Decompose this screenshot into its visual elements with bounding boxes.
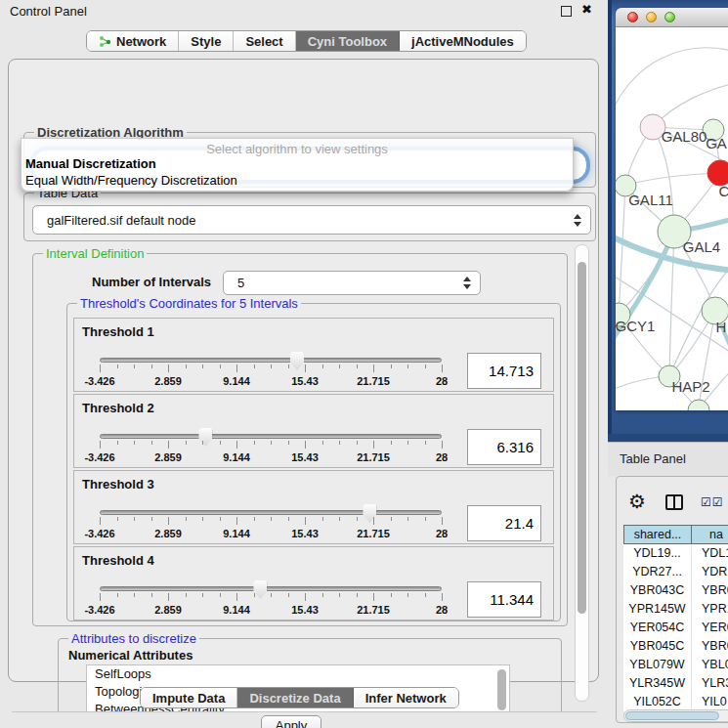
table-row[interactable]: YDR27...YDR2 [623, 563, 728, 581]
threshold-box: Threshold 3 21.4 -3.4262.8599.14415.4321… [73, 470, 554, 544]
node-label: GAL11 [628, 192, 673, 208]
cell-name[interactable]: YER0 [692, 619, 728, 637]
slider-track[interactable] [100, 434, 442, 439]
tab-style[interactable]: Style [179, 31, 234, 51]
num-intervals-label: Number of Intervals [92, 275, 211, 289]
tick-label: 28 [436, 375, 448, 387]
tick-label: 2.859 [154, 604, 182, 616]
gear-icon[interactable]: ⚙ [628, 492, 646, 511]
table-row[interactable]: YBR043CYBR0 [623, 581, 728, 600]
cell-shared-name[interactable]: YDR27... [623, 563, 692, 581]
table-row[interactable]: YPR145WYPR1 [623, 600, 728, 619]
threshold-coords-group: Threshold's Coordinates for 5 Intervals … [66, 303, 561, 621]
slider-track[interactable] [100, 510, 442, 515]
node-label: H [716, 319, 727, 335]
tab-jactivemnodules[interactable]: jActiveMNodules [400, 31, 526, 51]
tab-label: Discretize Data [249, 691, 340, 706]
tick-label: -3.426 [84, 604, 114, 616]
panel-scrollbar[interactable] [575, 244, 589, 702]
column-header-shared[interactable]: shared... [623, 525, 692, 544]
tab-label: Select [245, 34, 282, 49]
tab-cyni-toolbox[interactable]: Cyni Toolbox [296, 31, 400, 51]
cell-shared-name[interactable]: YBL079W [623, 656, 692, 674]
threshold-value-field[interactable]: 6.316 [467, 429, 541, 465]
table-row[interactable]: YBL079WYBL0 [623, 656, 728, 674]
tick-label: 9.144 [223, 451, 250, 463]
slider-ticks [100, 593, 443, 602]
tick-label: -3.426 [84, 375, 114, 387]
minimize-traffic-light-icon[interactable] [646, 12, 657, 22]
slider-track[interactable] [100, 358, 442, 363]
list-scrollbar[interactable] [496, 667, 507, 712]
cell-name[interactable]: YPR1 [692, 600, 728, 619]
zoom-traffic-light-icon[interactable] [664, 12, 675, 22]
threshold-box: Threshold 2 6.316 -3.4262.8599.14415.432… [73, 394, 554, 468]
table-row[interactable]: YDL19...YDL1 [623, 544, 728, 563]
threshold-value-field[interactable]: 14.713 [467, 353, 541, 389]
numerical-attributes-label: Numerical Attributes [68, 648, 193, 663]
node-label: GAL80 [662, 128, 707, 145]
dropdown-option-manual[interactable]: Manual Discretization [21, 155, 573, 172]
table-body: YDL19...YDL1YDR27...YDR2YBR043CYBR0YPR14… [623, 544, 728, 711]
checkbox-icons[interactable]: ☑☑ [701, 495, 724, 509]
table-row[interactable]: YER054CYER0 [623, 619, 728, 637]
close-traffic-light-icon[interactable] [627, 12, 638, 22]
cell-name[interactable]: YDR2 [692, 563, 728, 581]
cell-name[interactable]: YBR0 [692, 637, 728, 656]
apply-button[interactable]: Apply [261, 715, 321, 728]
threshold-label: Threshold 1 [82, 324, 154, 339]
tab-discretize-data[interactable]: Discretize Data [237, 688, 353, 707]
table-hscrollbar-thumb[interactable] [625, 711, 719, 720]
threshold-box: Threshold 1 14.713 -3.4262.8599.14415.43… [73, 318, 554, 392]
cell-shared-name[interactable]: YBR043C [623, 581, 692, 600]
cell-shared-name[interactable]: YLR345W [623, 674, 692, 693]
table-data-combo[interactable]: galFiltered.sif default node [32, 205, 591, 235]
tick-label: 2.859 [154, 528, 182, 539]
float-panel-icon[interactable] [561, 6, 572, 17]
table-row[interactable]: YBR045CYBR0 [623, 637, 728, 656]
table-row[interactable]: YLR345WYLR3 [623, 674, 728, 693]
tab-select[interactable]: Select [234, 31, 295, 51]
node-label: HAP2 [671, 378, 709, 395]
slider-ticks [100, 517, 443, 526]
attribute-item[interactable]: SelfLoops [87, 665, 509, 683]
slider-ticks [100, 364, 443, 373]
tick-label: 21.715 [357, 451, 390, 463]
tick-label: 2.859 [154, 451, 182, 463]
tick-label: 21.715 [357, 604, 390, 616]
combo-spinner-icon [565, 214, 590, 227]
column-header-name[interactable]: na [692, 525, 728, 544]
network-canvas[interactable]: GAL80GACGAL11GAL4GCY1HHAP2 [616, 27, 728, 410]
cell-name[interactable]: YBL0 [692, 656, 728, 674]
dropdown-option-equal-width[interactable]: Equal Width/Frequency Discretization [21, 172, 573, 189]
network-window: GAL80GACGAL11GAL4GCY1HHAP2 [616, 8, 728, 410]
cell-shared-name[interactable]: YER054C [623, 619, 692, 637]
num-intervals-value: 5 [224, 276, 454, 290]
tab-network[interactable]: Network [87, 31, 179, 51]
cell-shared-name[interactable]: YBR045C [623, 637, 692, 656]
table-hscrollbar[interactable] [623, 709, 728, 722]
column-layout-icon[interactable] [665, 494, 683, 510]
threshold-box: Threshold 4 11.344 -3.4262.8599.14415.43… [73, 546, 554, 621]
cell-name[interactable]: YDL1 [692, 544, 728, 563]
network-icon [99, 35, 111, 48]
cell-shared-name[interactable]: YDL19... [623, 544, 692, 563]
num-intervals-combo[interactable]: 5 [223, 271, 481, 295]
threshold-value-field[interactable]: 21.4 [467, 505, 541, 541]
cell-name[interactable]: YLR3 [692, 674, 728, 693]
tick-label: 21.715 [357, 528, 390, 539]
node-table[interactable]: shared... na YDL19...YDL1YDR27...YDR2YBR… [623, 525, 728, 711]
panel-scrollbar-thumb[interactable] [578, 262, 586, 614]
tab-infer-network[interactable]: Infer Network [354, 688, 458, 707]
cell-shared-name[interactable]: YPR145W [623, 600, 692, 619]
tab-impute-data[interactable]: Impute Data [141, 688, 237, 707]
threshold-label: Threshold 3 [82, 477, 154, 492]
cyni-toolbox-panel: Discretization Algorithm Table Data galF… [8, 59, 599, 682]
close-icon[interactable]: ✖ [581, 2, 592, 17]
network-window-titlebar [616, 8, 728, 27]
cell-name[interactable]: YBR0 [692, 581, 728, 600]
threshold-value-field[interactable]: 11.344 [467, 581, 541, 618]
table-panel-titlebar: Table Panel [608, 442, 728, 476]
list-scrollbar-thumb[interactable] [497, 669, 506, 710]
slider-track[interactable] [100, 586, 442, 591]
